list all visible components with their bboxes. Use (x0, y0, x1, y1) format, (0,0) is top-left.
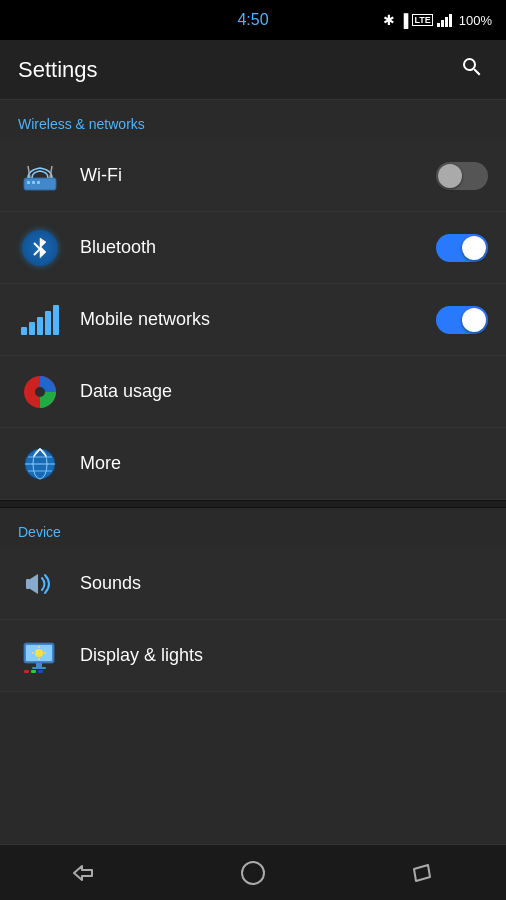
bluetooth-label: Bluetooth (80, 237, 436, 258)
bottom-nav (0, 844, 506, 900)
svg-rect-27 (24, 670, 29, 673)
display-lights-icon (18, 634, 62, 678)
settings-item-wifi[interactable]: Wi-Fi (0, 140, 506, 212)
signal-icon: ▐ (399, 13, 408, 28)
settings-item-data-usage[interactable]: Data usage (0, 356, 506, 428)
section-header-wireless: Wireless & networks (0, 100, 506, 140)
wifi-toggle-thumb (438, 164, 462, 188)
search-button[interactable] (456, 51, 488, 89)
search-icon (460, 55, 484, 79)
bluetooth-icon (18, 226, 62, 270)
svg-rect-25 (36, 663, 42, 667)
bluetooth-status-icon: ✱ (383, 12, 395, 28)
section-divider (0, 500, 506, 508)
battery-level: 100% (459, 13, 492, 28)
svg-rect-6 (32, 181, 35, 184)
svg-rect-2 (445, 17, 448, 27)
status-bar: 4:50 ✱ ▐ LTE 100% (0, 0, 506, 40)
bluetooth-toggle[interactable] (436, 234, 488, 262)
mobile-networks-label: Mobile networks (80, 309, 436, 330)
data-usage-label: Data usage (80, 381, 488, 402)
more-icon (18, 442, 62, 486)
bluetooth-toggle-thumb (462, 236, 486, 260)
svg-rect-0 (437, 23, 440, 27)
settings-item-sounds[interactable]: Sounds (0, 548, 506, 620)
settings-item-display-lights[interactable]: Display & lights (0, 620, 506, 692)
signal-bars-icon (437, 13, 455, 27)
mobile-networks-icon (18, 298, 62, 342)
svg-rect-1 (441, 20, 444, 27)
svg-rect-28 (31, 670, 36, 673)
app-header: Settings (0, 40, 506, 100)
sounds-icon (18, 562, 62, 606)
settings-item-mobile-networks[interactable]: Mobile networks (0, 284, 506, 356)
svg-rect-17 (26, 579, 30, 589)
status-time: 4:50 (237, 11, 268, 29)
settings-item-more[interactable]: More (0, 428, 506, 500)
sounds-label: Sounds (80, 573, 488, 594)
svg-rect-29 (38, 670, 43, 673)
wifi-icon (18, 154, 62, 198)
home-button[interactable] (223, 851, 283, 895)
settings-content: Wireless & networks Wi-Fi (0, 100, 506, 844)
display-lights-label: Display & lights (80, 645, 488, 666)
svg-rect-3 (449, 14, 452, 27)
lte-icon: LTE (412, 14, 432, 27)
data-usage-icon (18, 370, 62, 414)
section-header-device: Device (0, 508, 506, 548)
svg-point-30 (242, 862, 264, 884)
mobile-networks-toggle[interactable] (436, 306, 488, 334)
svg-rect-26 (32, 667, 46, 669)
more-label: More (80, 453, 488, 474)
svg-point-11 (35, 387, 45, 397)
settings-item-bluetooth[interactable]: Bluetooth (0, 212, 506, 284)
back-button[interactable] (54, 851, 114, 895)
svg-point-20 (35, 649, 43, 657)
wifi-toggle[interactable] (436, 162, 488, 190)
mobile-networks-toggle-thumb (462, 308, 486, 332)
wifi-label: Wi-Fi (80, 165, 436, 186)
page-title: Settings (18, 57, 98, 83)
status-right-icons: ✱ ▐ LTE 100% (383, 12, 492, 28)
recent-button[interactable] (392, 851, 452, 895)
svg-rect-7 (37, 181, 40, 184)
svg-rect-5 (27, 181, 30, 184)
